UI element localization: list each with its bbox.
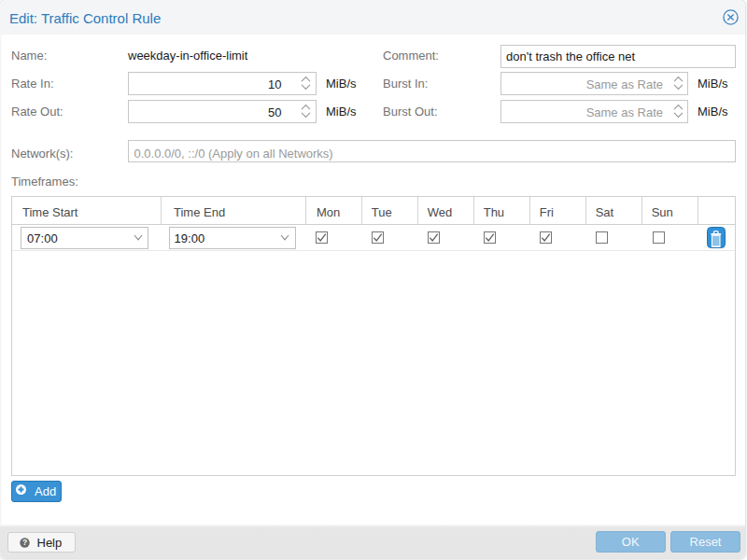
svg-text:?: ?: [22, 538, 27, 547]
